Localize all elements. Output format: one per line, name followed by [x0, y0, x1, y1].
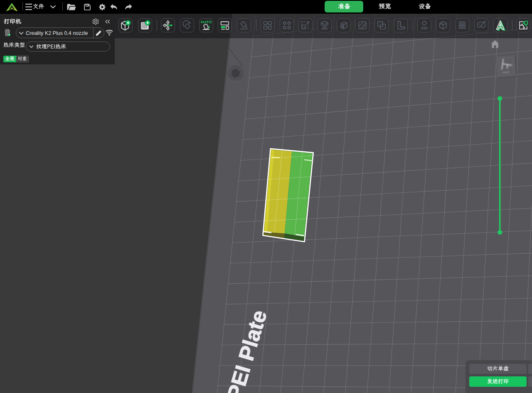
svg-text:AUTO: AUTO	[201, 20, 212, 24]
